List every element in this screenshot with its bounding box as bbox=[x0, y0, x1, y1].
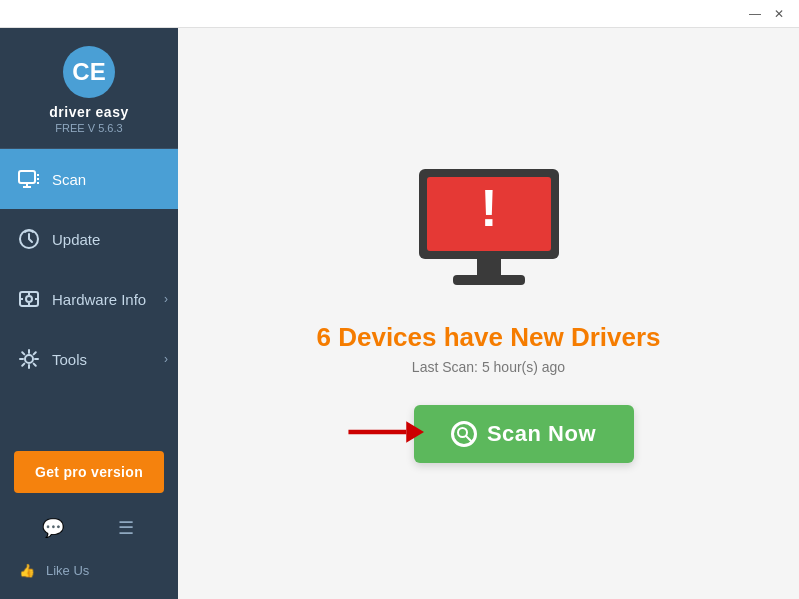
sidebar-bottom: 💬 ☰ 👍 Like Us bbox=[0, 505, 178, 599]
sidebar-hardware-label: Hardware Info bbox=[52, 291, 146, 308]
svg-point-15 bbox=[25, 355, 33, 363]
get-pro-button[interactable]: Get pro version bbox=[14, 451, 164, 493]
content-area: ! 6 Devices have New Drivers Last Scan: … bbox=[178, 28, 799, 599]
scan-now-label: Scan Now bbox=[487, 421, 596, 447]
scan-now-button[interactable]: Scan Now bbox=[414, 405, 634, 463]
sidebar-tools-label: Tools bbox=[52, 351, 87, 368]
svg-text:CE: CE bbox=[72, 58, 105, 85]
sidebar-item-hardware-info[interactable]: Hardware Info › bbox=[0, 269, 178, 329]
update-icon bbox=[16, 226, 42, 252]
sidebar-logo: CE driver easy FREE V 5.6.3 bbox=[0, 28, 178, 149]
arrow-container bbox=[344, 412, 424, 456]
sidebar-item-scan[interactable]: Scan bbox=[0, 149, 178, 209]
logo-text: driver easy bbox=[49, 104, 128, 120]
list-icon[interactable]: ☰ bbox=[111, 513, 141, 543]
sidebar-item-like-us[interactable]: 👍 Like Us bbox=[0, 551, 178, 589]
devices-title: 6 Devices have New Drivers bbox=[317, 322, 661, 353]
close-button[interactable]: ✕ bbox=[767, 4, 791, 24]
scan-search-icon bbox=[451, 421, 477, 447]
sidebar-item-tools[interactable]: Tools › bbox=[0, 329, 178, 389]
sidebar-update-label: Update bbox=[52, 231, 100, 248]
tools-chevron: › bbox=[164, 352, 168, 366]
svg-line-24 bbox=[466, 436, 471, 441]
tools-icon bbox=[16, 346, 42, 372]
main-layout: CE driver easy FREE V 5.6.3 bbox=[0, 28, 799, 599]
minimize-button[interactable]: — bbox=[743, 4, 767, 24]
svg-rect-20 bbox=[453, 275, 525, 285]
monitor-container: ! bbox=[409, 164, 569, 298]
sidebar: CE driver easy FREE V 5.6.3 bbox=[0, 28, 178, 599]
app-logo-icon: CE bbox=[63, 46, 115, 98]
chat-icon[interactable]: 💬 bbox=[38, 513, 68, 543]
hardware-info-chevron: › bbox=[164, 292, 168, 306]
scan-icon bbox=[16, 166, 42, 192]
sidebar-item-update[interactable]: Update bbox=[0, 209, 178, 269]
svg-rect-19 bbox=[477, 259, 501, 275]
svg-rect-2 bbox=[19, 171, 35, 183]
svg-marker-22 bbox=[406, 421, 424, 442]
logo-version: FREE V 5.6.3 bbox=[55, 122, 122, 134]
scan-row: Scan Now bbox=[344, 405, 634, 463]
like-us-label: Like Us bbox=[46, 563, 89, 578]
titlebar: — ✕ bbox=[0, 0, 799, 28]
svg-point-10 bbox=[26, 296, 32, 302]
monitor-icon: ! bbox=[409, 164, 569, 294]
arrow-icon bbox=[344, 412, 424, 452]
last-scan-text: Last Scan: 5 hour(s) ago bbox=[412, 359, 565, 375]
sidebar-bottom-icons: 💬 ☰ bbox=[0, 505, 178, 551]
hardware-info-icon bbox=[16, 286, 42, 312]
sidebar-nav: Scan Update bbox=[0, 149, 178, 439]
like-icon: 👍 bbox=[16, 559, 38, 581]
sidebar-scan-label: Scan bbox=[52, 171, 86, 188]
svg-text:!: ! bbox=[480, 179, 497, 237]
